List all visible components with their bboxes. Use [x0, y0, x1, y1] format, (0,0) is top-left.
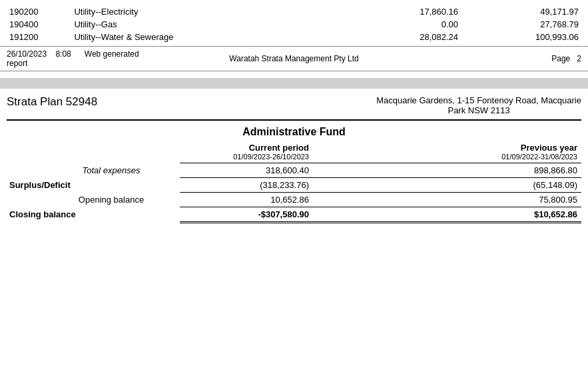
fund-row-current: 318,600.40 — [180, 163, 313, 178]
strata-header: Strata Plan 52948 Macquarie Gardens, 1-1… — [7, 95, 581, 121]
fund-row-previous: (65,148.09) — [313, 178, 581, 193]
footer-page-number: 2 — [577, 54, 581, 63]
current-period-dates: 01/09/2023-26/10/2023 — [184, 153, 309, 161]
strata-address-line2: Park NSW 2113 — [376, 105, 581, 115]
strata-address: Macquarie Gardens, 1-15 Fontenoy Road, M… — [376, 95, 581, 115]
fund-table-row: Closing balance -$307,580.90 $10,652.86 — [7, 207, 581, 223]
row-code: 190200 — [7, 5, 71, 18]
fund-row-label: Closing balance — [7, 207, 180, 223]
footer-bar: 26/10/2023 8:08 Web generated report War… — [0, 46, 588, 71]
fund-row-current: (318,233.76) — [180, 178, 313, 193]
current-period-label: Current period — [184, 143, 309, 153]
row-current-value: 0.00 — [350, 18, 461, 31]
row-description: Utility--Electricity — [71, 5, 350, 18]
footer-date-time: 26/10/2023 8:08 Web generated report — [7, 49, 150, 68]
footer-date: 26/10/2023 — [7, 49, 47, 59]
strata-title: Strata Plan 52948 — [7, 95, 97, 109]
table-row: 191200 Utility--Water & Sewerage 28,082.… — [7, 31, 581, 43]
row-code: 190400 — [7, 18, 71, 31]
fund-table: Current period 01/09/2023-26/10/2023 Pre… — [7, 141, 581, 223]
footer-company: Waratah Strata Management Pty Ltd — [150, 54, 438, 63]
fund-prev-header: Previous year 01/09/2022-31/08/2023 — [313, 141, 581, 163]
fund-row-current: 10,652.86 — [180, 193, 313, 207]
top-section: 190200 Utility--Electricity 17,860.16 49… — [0, 0, 588, 43]
fund-row-label: Surplus/Deficit — [7, 178, 180, 193]
row-code: 191200 — [7, 31, 71, 43]
fund-row-previous: 898,866.80 — [313, 163, 581, 178]
strata-address-line1: Macquarie Gardens, 1-15 Fontenoy Road, M… — [376, 95, 581, 105]
fund-row-label: Total expenses — [7, 163, 180, 178]
lower-section: Strata Plan 52948 Macquarie Gardens, 1-1… — [0, 95, 588, 223]
fund-row-previous: $10,652.86 — [313, 207, 581, 223]
fund-current-header: Current period 01/09/2023-26/10/2023 — [180, 141, 313, 163]
fund-table-row: Opening balance 10,652.86 75,800.95 — [7, 193, 581, 207]
row-current-value: 28,082.24 — [350, 31, 461, 43]
table-row: 190200 Utility--Electricity 17,860.16 49… — [7, 5, 581, 18]
table-row: 190400 Utility--Gas 0.00 27,768.79 — [7, 18, 581, 31]
row-prev-value: 100,993.06 — [461, 31, 581, 43]
footer-page: Page 2 — [438, 54, 581, 63]
fund-label-header — [7, 141, 180, 163]
footer-time: 8:08 — [55, 49, 71, 59]
fund-title: Administrative Fund — [7, 126, 581, 138]
fund-row-label: Opening balance — [7, 193, 180, 207]
row-description: Utility--Gas — [71, 18, 350, 31]
prev-year-label: Previous year — [317, 143, 577, 153]
fund-row-previous: 75,800.95 — [313, 193, 581, 207]
row-prev-value: 49,171.97 — [461, 5, 581, 18]
footer-page-label: Page — [551, 54, 570, 63]
prev-year-dates: 01/09/2022-31/08/2023 — [317, 153, 577, 161]
fund-table-row: Total expenses 318,600.40 898,866.80 — [7, 163, 581, 178]
row-prev-value: 27,768.79 — [461, 18, 581, 31]
row-current-value: 17,860.16 — [350, 5, 461, 18]
row-description: Utility--Water & Sewerage — [71, 31, 350, 43]
gray-divider — [0, 78, 588, 89]
fund-table-row: Surplus/Deficit (318,233.76) (65,148.09) — [7, 178, 581, 193]
top-data-table: 190200 Utility--Electricity 17,860.16 49… — [7, 5, 581, 43]
fund-row-current: -$307,580.90 — [180, 207, 313, 223]
